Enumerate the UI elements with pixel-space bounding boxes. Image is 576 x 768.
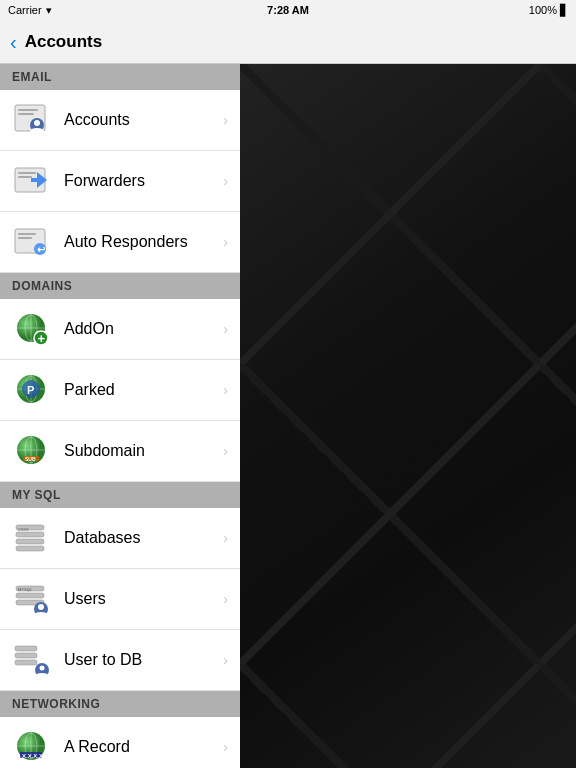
arecord-label: A Record	[64, 738, 130, 756]
menu-item-databases[interactable]: XXXX Databases ›	[0, 508, 240, 569]
back-chevron-icon: ‹	[10, 32, 17, 52]
status-right: 100% ▋	[529, 4, 568, 17]
svg-text:↩: ↩	[37, 244, 46, 255]
svg-rect-44	[15, 646, 37, 651]
status-time: 7:28 AM	[267, 4, 309, 16]
arecord-chevron-icon: ›	[223, 739, 228, 755]
svg-point-4	[34, 120, 40, 126]
addon-icon: +	[12, 309, 52, 349]
svg-rect-40	[16, 593, 44, 598]
users-label: Users	[64, 590, 106, 608]
svg-point-48	[40, 666, 45, 671]
battery-label: 100%	[529, 4, 557, 16]
svg-rect-11	[18, 233, 36, 235]
usertodb-icon	[12, 640, 52, 680]
svg-rect-37	[16, 546, 44, 551]
svg-text:SUB: SUB	[25, 456, 36, 462]
accounts-label: Accounts	[64, 111, 130, 129]
menu-item-autoresponders[interactable]: ↩ Auto Responders ›	[0, 212, 240, 273]
back-button[interactable]: ‹ Accounts	[10, 32, 102, 52]
status-left: Carrier ▾	[8, 4, 52, 17]
battery-icon: ▋	[560, 4, 568, 17]
subdomain-chevron-icon: ›	[223, 443, 228, 459]
svg-rect-6	[18, 172, 36, 174]
svg-rect-45	[15, 653, 37, 658]
parked-chevron-icon: ›	[223, 382, 228, 398]
section-header-domains: DOMAINS	[0, 273, 240, 299]
subdomain-icon: SUB	[12, 431, 52, 471]
nav-title: Accounts	[25, 32, 102, 52]
svg-rect-9	[31, 178, 39, 182]
databases-icon: XXXX	[12, 518, 52, 558]
accounts-icon	[12, 100, 52, 140]
section-header-email: EMAIL	[0, 64, 240, 90]
autoresponders-label: Auto Responders	[64, 233, 188, 251]
autoresponders-icon: ↩	[12, 222, 52, 262]
svg-text:XXXX: XXXX	[18, 527, 29, 532]
menu-item-usertodb[interactable]: User to DB ›	[0, 630, 240, 691]
svg-text:MYSQL: MYSQL	[18, 587, 33, 592]
users-icon: MYSQL	[12, 579, 52, 619]
menu-item-addon[interactable]: + AddOn ›	[0, 299, 240, 360]
svg-rect-35	[16, 532, 44, 537]
wifi-icon: ▾	[46, 4, 52, 17]
forwarders-icon	[12, 161, 52, 201]
parked-icon: P	[12, 370, 52, 410]
svg-point-43	[38, 604, 44, 610]
svg-rect-1	[18, 109, 38, 111]
subdomain-label: Subdomain	[64, 442, 145, 460]
svg-rect-46	[15, 660, 37, 665]
menu-item-users[interactable]: MYSQL Users ›	[0, 569, 240, 630]
forwarders-label: Forwarders	[64, 172, 145, 190]
right-panel	[240, 64, 576, 768]
addon-label: AddOn	[64, 320, 114, 338]
left-panel: EMAIL Accounts ›	[0, 64, 240, 768]
addon-chevron-icon: ›	[223, 321, 228, 337]
forwarders-chevron-icon: ›	[223, 173, 228, 189]
databases-label: Databases	[64, 529, 141, 547]
svg-rect-7	[18, 176, 32, 178]
status-bar: Carrier ▾ 7:28 AM 100% ▋	[0, 0, 576, 20]
menu-item-subdomain[interactable]: SUB Subdomain ›	[0, 421, 240, 482]
arecord-icon: X.X.X.X	[12, 727, 52, 767]
section-header-mysql: MY SQL	[0, 482, 240, 508]
svg-rect-2	[18, 113, 34, 115]
svg-rect-36	[16, 539, 44, 544]
section-header-networking: NETWORKING	[0, 691, 240, 717]
carrier-label: Carrier	[8, 4, 42, 16]
usertodb-chevron-icon: ›	[223, 652, 228, 668]
svg-text:+: +	[38, 331, 46, 346]
menu-item-arecord[interactable]: X.X.X.X A Record ›	[0, 717, 240, 768]
databases-chevron-icon: ›	[223, 530, 228, 546]
menu-item-parked[interactable]: P Parked ›	[0, 360, 240, 421]
menu-item-forwarders[interactable]: Forwarders ›	[0, 151, 240, 212]
svg-text:X.X.X.X: X.X.X.X	[22, 753, 43, 759]
autoresponders-chevron-icon: ›	[223, 234, 228, 250]
split-container: EMAIL Accounts ›	[0, 64, 576, 768]
usertodb-label: User to DB	[64, 651, 142, 669]
accounts-chevron-icon: ›	[223, 112, 228, 128]
parked-label: Parked	[64, 381, 115, 399]
svg-text:P: P	[27, 384, 34, 396]
svg-rect-12	[18, 237, 32, 239]
users-chevron-icon: ›	[223, 591, 228, 607]
nav-bar: ‹ Accounts	[0, 20, 576, 64]
menu-item-accounts[interactable]: Accounts ›	[0, 90, 240, 151]
